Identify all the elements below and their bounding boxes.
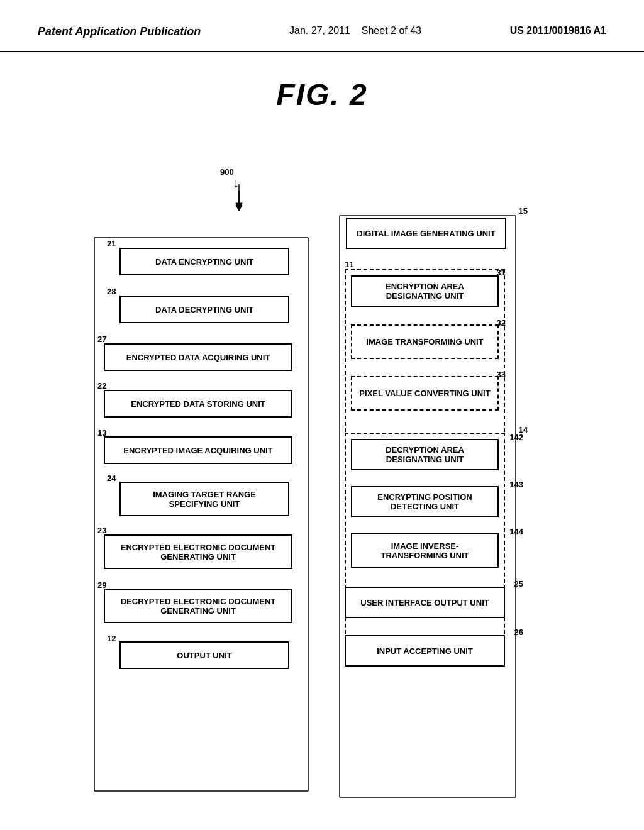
label-144: 144	[509, 527, 523, 536]
label-24: 24	[107, 473, 116, 483]
pixel-value-converting-unit: PIXEL VALUE CONVERTING UNIT	[351, 376, 499, 411]
label-27: 27	[97, 335, 106, 344]
header-right: US 2011/0019816 A1	[510, 25, 606, 36]
encrypted-data-storing-unit: ENCRYPTED DATA STORING UNIT	[104, 390, 292, 418]
label-28: 28	[107, 287, 116, 296]
label-22: 22	[97, 381, 106, 390]
header-left: Patent Application Publication	[38, 25, 201, 38]
output-unit: OUTPUT UNIT	[119, 641, 289, 669]
encrypted-electronic-document-generating-unit: ENCRYPTED ELECTRONIC DOCUMENT GENERATING…	[104, 534, 292, 569]
figure-title: FIG. 2	[0, 77, 644, 112]
data-decrypting-unit: DATA DECRYPTING UNIT	[119, 296, 289, 323]
arrow-900: ↓	[233, 176, 239, 191]
header-sheet: Sheet 2 of 43	[362, 25, 421, 36]
label-21: 21	[107, 239, 116, 248]
label-143: 143	[509, 480, 523, 489]
diagram: 900 ↓ 15 DIGITAL IMAGE GENERATING UNIT 1…	[0, 124, 644, 816]
input-accepting-unit: INPUT ACCEPTING UNIT	[345, 635, 505, 667]
label-15: 15	[519, 206, 528, 216]
encrypted-data-acquiring-unit: ENCRYPTED DATA ACQUIRING UNIT	[104, 343, 292, 371]
data-encrypting-unit: DATA ENCRYPTING UNIT	[119, 248, 289, 275]
diagram-lines	[0, 124, 644, 816]
header-date: Jan. 27, 2011	[289, 25, 350, 36]
user-interface-output-unit: USER INTERFACE OUTPUT UNIT	[345, 587, 505, 618]
label-26: 26	[514, 628, 523, 637]
label-142: 142	[509, 433, 523, 442]
image-transforming-unit: IMAGE TRANSFORMING UNIT	[351, 324, 499, 359]
image-inverse-transforming-unit: IMAGE INVERSE-TRANSFORMING UNIT	[351, 533, 499, 568]
encryption-area-designating-unit: ENCRYPTION AREA DESIGNATING UNIT	[351, 275, 499, 307]
header-center: Jan. 27, 2011 Sheet 2 of 43	[289, 25, 421, 36]
digital-image-generating-unit: DIGITAL IMAGE GENERATING UNIT	[346, 218, 506, 249]
label-900: 900	[220, 167, 234, 177]
encrypted-image-acquiring-unit: ENCRYPTED IMAGE ACQUIRING UNIT	[104, 436, 292, 464]
label-23: 23	[97, 526, 106, 535]
page-header: Patent Application Publication Jan. 27, …	[0, 0, 644, 52]
svg-marker-1	[236, 203, 242, 209]
svg-marker-11	[236, 205, 242, 211]
imaging-target-range-specifying-unit: IMAGING TARGET RANGE SPECIFYING UNIT	[119, 482, 289, 516]
encrypting-position-detecting-unit: ENCRYPTING POSITION DETECTING UNIT	[351, 486, 499, 517]
label-25: 25	[514, 579, 523, 589]
label-11: 11	[345, 260, 353, 269]
decrypted-electronic-document-generating-unit: DECRYPTED ELECTRONIC DOCUMENT GENERATING…	[104, 589, 292, 623]
label-12: 12	[107, 634, 116, 643]
decryption-area-designating-unit: DECRYPTION AREA DESIGNATING UNIT	[351, 439, 499, 470]
